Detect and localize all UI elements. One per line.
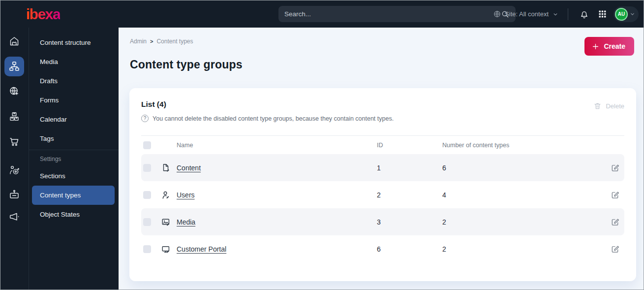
group-count: 6: [442, 164, 585, 172]
notifications-bell-icon[interactable]: [577, 7, 591, 21]
breadcrumb-content-types: Content types: [156, 38, 193, 45]
top-bar: ibexa Site: All context: [0, 0, 644, 28]
content-tree-icon[interactable]: [4, 57, 24, 76]
info-text: You cannot delete the disabled content t…: [153, 115, 394, 122]
delete-button[interactable]: Delete: [593, 102, 624, 110]
list-heading: List (4): [141, 100, 166, 109]
personalization-target-icon[interactable]: [4, 161, 24, 180]
image-edit-icon: [161, 217, 171, 227]
content-type-groups-panel: List (4) Delete ? You cannot delete the …: [129, 88, 636, 281]
site-globe-cursor-icon[interactable]: [4, 82, 24, 101]
delete-button-label: Delete: [606, 102, 624, 110]
row-checkbox[interactable]: [143, 245, 151, 253]
chevron-down-icon: [629, 11, 636, 17]
sidebar-item-content-structure[interactable]: Content structure: [29, 33, 119, 52]
icon-rail: [0, 28, 29, 290]
app-grid-icon[interactable]: [595, 7, 609, 21]
group-link-users[interactable]: Users: [177, 191, 195, 199]
sidebar-item-sections[interactable]: Sections: [29, 166, 119, 186]
table-header-row: Name ID Number of content types: [141, 135, 624, 154]
monitor-edit-icon: [161, 244, 171, 254]
app-window: ibexa Site: All context: [0, 0, 644, 290]
site-context-selector[interactable]: Site: All context: [493, 10, 559, 18]
edit-row-button[interactable]: [611, 190, 620, 200]
sidebar-item-media[interactable]: Media: [29, 52, 119, 71]
group-count: 4: [442, 191, 585, 199]
edit-row-button[interactable]: [611, 217, 620, 227]
breadcrumb-admin[interactable]: Admin: [130, 38, 147, 45]
create-button-label: Create: [604, 42, 625, 50]
plus-icon: [591, 42, 600, 51]
select-all-checkbox[interactable]: [143, 141, 151, 149]
table-row: Content 1 6: [141, 154, 624, 181]
globe-icon: [493, 10, 501, 18]
ibexa-logo: ibexa: [26, 6, 60, 23]
content-type-groups-table: Name ID Number of content types Content …: [141, 135, 624, 262]
site-selector-label: Site: All context: [505, 10, 549, 18]
group-link-content[interactable]: Content: [177, 164, 201, 172]
sidebar-settings-label: Settings: [29, 152, 119, 166]
edit-row-button[interactable]: [611, 244, 620, 254]
column-header-name: Name: [177, 142, 377, 149]
help-circle-icon: ?: [141, 115, 149, 122]
group-count: 2: [442, 218, 585, 226]
user-edit-icon: [161, 190, 171, 200]
sidebar-divider: [29, 150, 119, 150]
column-header-id: ID: [377, 142, 442, 149]
table-row: Media 3 2: [141, 208, 624, 235]
product-boxes-icon[interactable]: [4, 107, 24, 127]
megaphone-icon[interactable]: [4, 207, 24, 227]
group-count: 2: [442, 245, 585, 253]
row-checkbox[interactable]: [143, 218, 151, 226]
info-line: ? You cannot delete the disabled content…: [141, 115, 624, 122]
topbar-right-cluster: Site: All context AU: [493, 0, 639, 28]
avatar: AU: [615, 8, 628, 21]
row-checkbox[interactable]: [143, 164, 151, 172]
home-icon[interactable]: [4, 32, 24, 51]
breadcrumb: Admin > Content types: [130, 38, 193, 45]
group-link-media[interactable]: Media: [177, 218, 195, 226]
global-search[interactable]: [278, 6, 516, 22]
main-content: Admin > Content types Create Content typ…: [119, 28, 644, 290]
sidebar-item-tags[interactable]: Tags: [29, 129, 119, 148]
pinboard-icon[interactable]: [4, 185, 24, 204]
group-id: 1: [377, 164, 442, 172]
group-link-customer-portal[interactable]: Customer Portal: [177, 245, 226, 253]
trash-icon: [593, 102, 602, 110]
table-row: Customer Portal 6 2: [141, 235, 624, 262]
breadcrumb-separator: >: [150, 38, 153, 44]
sidebar-item-content-types[interactable]: Content types: [32, 186, 115, 205]
table-row: Users 2 4: [141, 181, 624, 208]
edit-row-button[interactable]: [611, 163, 620, 173]
create-button[interactable]: Create: [584, 37, 634, 56]
sidebar-item-forms[interactable]: Forms: [29, 91, 119, 110]
user-menu[interactable]: AU: [613, 6, 639, 22]
topbar-divider: [568, 8, 568, 20]
sidebar-item-drafts[interactable]: Drafts: [29, 71, 119, 91]
column-header-count: Number of content types: [442, 142, 585, 149]
sidebar-menu: Content structure Media Drafts Forms Cal…: [29, 28, 119, 290]
group-id: 2: [377, 191, 442, 199]
sidebar-item-object-states[interactable]: Object States: [29, 205, 119, 224]
file-edit-icon: [161, 163, 171, 173]
sidebar-item-calendar[interactable]: Calendar: [29, 110, 119, 129]
group-id: 3: [377, 218, 442, 226]
page-title: Content type groups: [130, 58, 243, 71]
chevron-down-icon: [552, 11, 559, 18]
row-checkbox[interactable]: [143, 191, 151, 199]
group-id: 6: [377, 245, 442, 253]
shopping-cart-icon[interactable]: [4, 132, 24, 152]
search-input[interactable]: [284, 10, 501, 18]
